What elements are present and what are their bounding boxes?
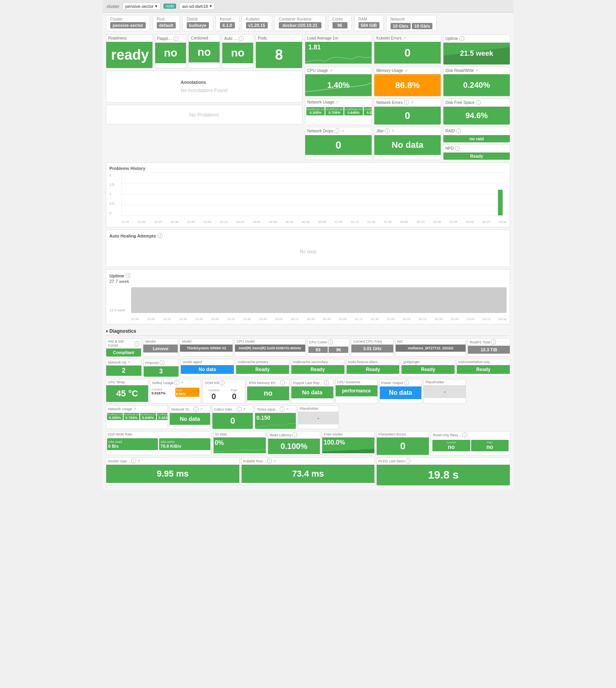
flapping-card: Flappī… i no (155, 34, 186, 68)
info-icon[interactable]: i (134, 341, 139, 346)
info-icon[interactable]: i (131, 458, 136, 464)
external-link-icon[interactable]: ↗ (199, 407, 203, 411)
external-link-icon[interactable]: ↗ (137, 459, 140, 463)
external-link-icon[interactable]: ↗ (335, 100, 338, 104)
placeholder2-value: - (298, 412, 338, 424)
node-feat-label: node-feature-disco… (347, 359, 400, 365)
node-dropdown[interactable]: avi-sd-dwh18 ▾ (179, 2, 214, 10)
cpu-model-label: CPU model (235, 339, 305, 345)
docker-label: Docker Ope… i ↗ (106, 458, 239, 465)
uptime-value: 21.5 week (460, 49, 493, 58)
info-icon[interactable]: i (404, 100, 409, 105)
pool-value: default (157, 22, 176, 28)
external-link-icon[interactable]: ↗ (391, 129, 394, 133)
external-link-icon[interactable]: ↗ (329, 68, 332, 73)
read-latency-label: Read Latency i (268, 432, 320, 439)
info-icon[interactable]: i (239, 36, 244, 41)
info-icon[interactable]: i (174, 380, 179, 385)
goldpinger-label: goldpinger (402, 359, 454, 365)
info-icon[interactable]: i (292, 432, 297, 437)
nic-value: mellanox_MT27710_25Gbit (396, 345, 466, 352)
npd-label: NPD i (443, 145, 510, 153)
diag-row-5: Disk Write Rate sda.read 0 B/s sda.write… (106, 431, 510, 455)
info-icon[interactable]: i (385, 128, 390, 134)
info-icon[interactable]: i (220, 380, 225, 385)
svg-marker-2 (322, 449, 374, 453)
diagnostics-header[interactable]: ▾ Diagnostics (106, 327, 510, 336)
external-link-icon[interactable]: ↗ (403, 36, 406, 40)
diag-net-2: ens8f0np0.1rx 0.646% (140, 413, 156, 420)
chevron-down-icon: ▾ (155, 4, 158, 9)
net-dr-value: No data (170, 413, 210, 425)
vendor-label: Vendor (143, 339, 178, 345)
info-icon[interactable]: i (324, 380, 329, 385)
net-dr-label: Network Dr… i ↗ (170, 406, 210, 413)
info-icon[interactable]: i (267, 458, 272, 464)
ipmi-value: no (247, 386, 289, 400)
problems-history-title: Problems History (109, 166, 507, 171)
auto-healing-section: Auto Healing Attempts i No data (106, 230, 510, 267)
disk-free-card: Disk Free Space i 94.6% (443, 98, 510, 125)
info-icon[interactable]: i (476, 100, 481, 105)
external-link-icon[interactable]: ↗ (133, 407, 136, 411)
disk-write-cell: Disk Write Rate sda.read 0 B/s sda.write… (106, 431, 212, 455)
oom-past: 0 (225, 392, 244, 401)
auto-healing-title: Auto Healing Attempts i (109, 233, 507, 238)
docker-value: 9.95 ms (106, 465, 239, 483)
net-errors-label: Network Errors i ↗ (374, 99, 441, 107)
free-inodes-cell: Free inodes 100.0% (322, 431, 375, 455)
diagnostics-section: ▾ Diagnostics HW & SW Compl… i Compliant… (106, 327, 510, 486)
external-link-icon[interactable]: ↗ (273, 459, 276, 463)
net-errors-value: 0 (405, 110, 410, 121)
network-value2: 10 Gb/s (412, 23, 432, 29)
net-item-label-3: ens8f0np0.1tx (364, 108, 372, 111)
softirq-current: 0.0167% (152, 391, 175, 395)
hw-sw-value: Compliant (106, 349, 141, 356)
instrumentation-label: instrumentation-exp… (457, 359, 510, 365)
jibe-value-bg: No data (374, 135, 441, 155)
load-avg-card: Load Average 1m 1.81 (305, 34, 372, 65)
info-icon[interactable]: i (459, 36, 464, 41)
info-icon[interactable]: i (160, 360, 165, 365)
info-icon[interactable]: i (491, 339, 496, 345)
oom-current-wrap: Current 0 (204, 388, 223, 401)
info-icon[interactable]: i (280, 407, 285, 412)
info-icon[interactable]: i (456, 128, 461, 134)
external-link-icon[interactable]: ↗ (180, 381, 183, 385)
external-link-icon[interactable]: ↗ (285, 407, 289, 411)
container-value: docker://20.10.21 (279, 22, 321, 28)
external-link-icon[interactable]: ↗ (410, 100, 413, 105)
info-icon[interactable]: i (237, 407, 242, 412)
cluster-dropdown[interactable]: pensive-sector ▾ (122, 2, 160, 10)
info-icon[interactable]: i (158, 233, 163, 238)
info-icon[interactable]: i (462, 432, 468, 437)
sda-write-label: sda.write (160, 440, 209, 444)
kubelet-run-value: 73.4 ms (242, 465, 375, 483)
external-link-icon[interactable]: ↗ (404, 68, 408, 73)
external-link-icon[interactable]: ↗ (475, 68, 478, 73)
flapping-value: no (155, 43, 186, 63)
times-sque-chart: 0.150 (255, 413, 295, 429)
info-icon[interactable]: i (280, 380, 285, 385)
net-item-val-0: 0.305% (307, 111, 324, 115)
cpu-temp-cell: CPU Temp 45 °C (106, 379, 148, 403)
load-avg-value: 1.81 (308, 44, 321, 51)
info-icon[interactable]: i (455, 146, 460, 151)
info-icon[interactable]: i (334, 128, 340, 134)
external-link-icon[interactable]: ↗ (341, 129, 344, 133)
info-icon[interactable]: i (193, 407, 199, 412)
auto-value: no (222, 43, 253, 63)
info-icon[interactable]: i (404, 380, 409, 385)
readonly-label: Read-only filesy… i (431, 432, 510, 439)
net-item-3: ens8f0np0.1tx 0.324% (364, 107, 372, 115)
goldpinger-cell: goldpinger Ready (401, 359, 455, 377)
external-link-icon[interactable]: ↗ (242, 407, 246, 411)
vendor-cell: Vendor Lenovo (143, 338, 178, 357)
net-item-label-1: ens9f0np0.1tx (326, 108, 343, 111)
diag-net-0: ens9f0np0.1rx 0.305% (107, 413, 123, 420)
info-icon[interactable]: i (173, 36, 178, 41)
info-icon[interactable]: i (126, 273, 131, 278)
external-link-icon[interactable]: ↗ (127, 360, 130, 364)
info-icon[interactable]: i (406, 458, 411, 464)
info-icon[interactable]: i (328, 339, 333, 345)
